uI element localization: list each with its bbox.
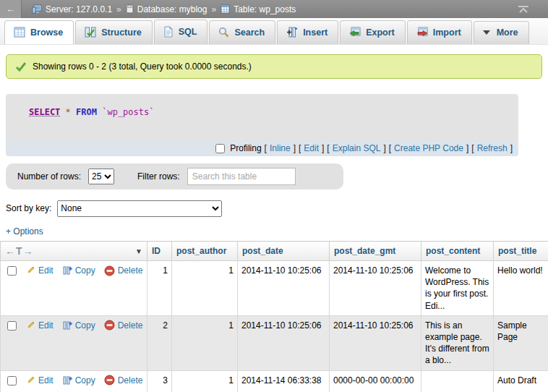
tab-browse[interactable]: Browse bbox=[4, 20, 74, 44]
bracket: [ bbox=[327, 143, 329, 153]
tab-more-label: More bbox=[497, 27, 518, 38]
edit-query-link[interactable]: Edit bbox=[304, 143, 319, 153]
bracket: ] bbox=[322, 143, 324, 153]
bracket: ] bbox=[510, 143, 513, 153]
column-header-post-date-gmt[interactable]: post_date_gmt bbox=[330, 242, 421, 261]
copy-row-link[interactable]: Copy bbox=[75, 375, 95, 386]
search-icon bbox=[218, 27, 229, 38]
cell-post-content: This is an example page. It's different … bbox=[421, 315, 494, 370]
profiling-label: Profiling bbox=[230, 143, 261, 153]
edit-row-link[interactable]: Edit bbox=[38, 320, 53, 331]
server-breadcrumb-bar: ← Server: 127.0.0.1 » Database: myblog »… bbox=[0, 0, 548, 18]
create-php-code-link[interactable]: Create PHP Code bbox=[394, 143, 463, 153]
delete-row-link[interactable]: Delete bbox=[118, 320, 143, 331]
bracket: ] bbox=[294, 143, 296, 153]
number-of-rows-label: Number of rows: bbox=[17, 171, 81, 182]
copy-row-icon bbox=[62, 320, 72, 331]
tab-search[interactable]: Search bbox=[209, 20, 275, 44]
copy-row-link[interactable]: Copy bbox=[75, 320, 95, 331]
table-row: Edit Copy Delete 1 1 2014-11-10 10:25:06… bbox=[1, 261, 548, 316]
bracket: [ bbox=[389, 143, 391, 153]
tab-more[interactable]: More bbox=[474, 21, 529, 44]
tab-structure[interactable]: Structure bbox=[75, 20, 153, 44]
column-visibility-control[interactable]: ←T→ bbox=[5, 245, 34, 257]
breadcrumb-server[interactable]: Server: 127.0.0.1 bbox=[32, 4, 112, 14]
collapse-sidebar-button[interactable]: ← bbox=[0, 0, 22, 18]
sql-table-identifier: `wp_posts` bbox=[102, 107, 154, 117]
cell-post-author: 1 bbox=[172, 315, 238, 370]
edit-pencil-icon bbox=[25, 375, 35, 385]
sort-by-key-select[interactable]: None bbox=[57, 200, 222, 217]
row-controls-bar: Number of rows: 25 Filter rows: bbox=[6, 163, 343, 189]
profiling-checkbox[interactable] bbox=[215, 144, 225, 153]
tab-search-label: Search bbox=[234, 27, 265, 38]
column-header-post-date[interactable]: post_date bbox=[238, 242, 330, 261]
bracket: [ bbox=[299, 143, 301, 153]
explain-sql-link[interactable]: Explain SQL bbox=[333, 143, 381, 153]
sort-controls: Sort by key: None bbox=[6, 200, 548, 217]
bracket: [ bbox=[471, 143, 474, 153]
status-message: Showing rows 0 - 2 (3 total, Query took … bbox=[6, 54, 542, 79]
server-icon bbox=[32, 4, 42, 14]
breadcrumb: Server: 127.0.0.1 » Database: myblog » T… bbox=[22, 4, 518, 14]
row-actions-cell: Edit Copy Delete bbox=[1, 261, 147, 316]
breadcrumb-table[interactable]: Table: wp_posts bbox=[221, 4, 296, 14]
results-header-row: ←T→ ▼ ID post_author post_date post_date… bbox=[1, 242, 548, 261]
row-select-checkbox[interactable] bbox=[7, 321, 17, 331]
chevron-down-icon bbox=[483, 30, 490, 35]
actions-dropdown-icon[interactable]: ▼ bbox=[135, 247, 142, 255]
cell-post-date: 2014-11-10 10:25:06 bbox=[238, 315, 330, 370]
edit-row-link[interactable]: Edit bbox=[38, 375, 53, 386]
bracket: [ bbox=[265, 143, 267, 153]
edit-row-link[interactable]: Edit bbox=[38, 265, 53, 276]
copy-row-link[interactable]: Copy bbox=[75, 265, 95, 276]
delete-row-icon bbox=[104, 320, 115, 331]
filter-rows-input[interactable] bbox=[187, 168, 296, 185]
tab-sql-label: SQL bbox=[179, 27, 197, 37]
cell-post-date-gmt: 2014-11-10 10:25:06 bbox=[330, 261, 421, 316]
breadcrumb-separator: » bbox=[116, 4, 121, 14]
table-tabs: Browse Structure SQL Search Insert Expor… bbox=[0, 18, 548, 45]
delete-row-link[interactable]: Delete bbox=[118, 265, 143, 276]
breadcrumb-separator: » bbox=[211, 4, 216, 14]
tab-insert[interactable]: Insert bbox=[277, 20, 338, 44]
cell-id: 3 bbox=[147, 370, 172, 392]
breadcrumb-server-label: Server: 127.0.0.1 bbox=[46, 4, 112, 14]
table-row: Edit Copy Delete 3 1 2014-11-14 06:33:38… bbox=[1, 370, 548, 392]
cell-post-date-gmt: 0000-00-00 00:00:00 bbox=[330, 370, 421, 392]
collapse-topbar-icon[interactable] bbox=[518, 5, 529, 14]
breadcrumb-database[interactable]: Database: myblog bbox=[126, 4, 207, 14]
tab-sql[interactable]: SQL bbox=[154, 20, 208, 44]
column-header-post-title[interactable]: post_title bbox=[494, 242, 548, 261]
options-toggle-link[interactable]: + Options bbox=[6, 226, 43, 237]
import-icon bbox=[416, 27, 428, 38]
sql-query-text: SELECT * FROM `wp_posts` bbox=[6, 94, 518, 140]
inline-link[interactable]: Inline bbox=[270, 143, 291, 153]
status-message-text: Showing rows 0 - 2 (3 total, Query took … bbox=[33, 61, 252, 72]
cell-post-date: 2014-11-14 06:33:38 bbox=[238, 370, 330, 392]
sql-star: * bbox=[66, 107, 71, 117]
table-row: Edit Copy Delete 2 1 2014-11-10 10:25:06… bbox=[1, 315, 548, 370]
delete-row-link[interactable]: Delete bbox=[118, 375, 143, 386]
cell-post-title: Hello world! bbox=[494, 261, 548, 316]
sort-by-key-label: Sort by key: bbox=[6, 203, 51, 213]
refresh-link[interactable]: Refresh bbox=[477, 143, 508, 153]
number-of-rows-select[interactable]: 25 bbox=[88, 169, 114, 184]
breadcrumb-database-label: Database: myblog bbox=[137, 4, 207, 14]
tab-import[interactable]: Import bbox=[407, 20, 472, 44]
tab-browse-label: Browse bbox=[30, 27, 63, 38]
column-header-id[interactable]: ID bbox=[147, 242, 172, 261]
tab-export[interactable]: Export bbox=[340, 20, 406, 44]
row-select-checkbox[interactable] bbox=[7, 376, 17, 385]
database-icon bbox=[126, 4, 134, 14]
cell-post-author: 1 bbox=[172, 370, 238, 392]
breadcrumb-table-label: Table: wp_posts bbox=[234, 4, 296, 14]
delete-row-icon bbox=[104, 265, 115, 276]
cell-post-date: 2014-11-10 10:25:06 bbox=[238, 261, 330, 316]
sql-keyword-select[interactable]: SELECT bbox=[29, 107, 60, 117]
column-header-post-author[interactable]: post_author bbox=[172, 242, 238, 261]
column-header-post-content[interactable]: post_content bbox=[421, 242, 494, 261]
row-select-checkbox[interactable] bbox=[7, 266, 17, 276]
tab-insert-label: Insert bbox=[303, 27, 327, 38]
row-actions-cell: Edit Copy Delete bbox=[1, 315, 147, 370]
